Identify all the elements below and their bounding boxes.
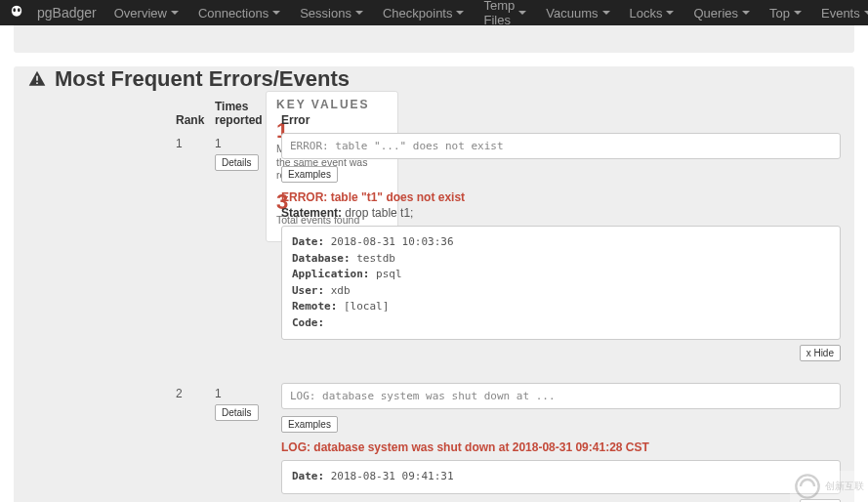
statement-sql: drop table t1;	[345, 206, 413, 220]
hide-button-wrap: x Hide	[281, 344, 841, 361]
remote-label: Remote:	[292, 300, 337, 313]
caret-icon	[272, 11, 280, 15]
database-label: Database:	[292, 252, 351, 265]
column-header-times: Times reported	[215, 100, 269, 127]
error-title: ERROR: table "t1" does not exist	[281, 190, 841, 204]
svg-point-2	[18, 8, 21, 12]
log-title: LOG: database system was shut down at 20…	[281, 440, 841, 454]
nav-label: Locks	[630, 6, 663, 21]
examples-button[interactable]: Examples	[281, 166, 338, 183]
brand[interactable]: pgBadger	[37, 5, 97, 21]
main-content: Most Frequent Errors/Events KEY VALUES 1…	[0, 66, 868, 502]
watermark-logo-icon	[794, 473, 821, 500]
nav-item-queries[interactable]: Queries	[683, 6, 760, 21]
statement-label: Statement:	[281, 206, 342, 220]
caret-icon	[602, 11, 610, 15]
nav-item-sessions[interactable]: Sessions	[290, 6, 373, 21]
errors-table: Rank Times reported Error 1 1 Details ER…	[27, 100, 841, 502]
previous-panel-footer	[0, 25, 868, 53]
code-label: Code:	[292, 316, 324, 329]
details-button[interactable]: Details	[215, 404, 259, 421]
date-label: Date:	[292, 470, 324, 482]
nav-item-temp-files[interactable]: Temp Files	[474, 0, 536, 27]
nav-item-checkpoints[interactable]: Checkpoints	[373, 6, 475, 21]
section-heading: Most Frequent Errors/Events	[27, 66, 841, 92]
user-label: User:	[292, 284, 324, 297]
times-cell: 1 Details	[215, 383, 269, 421]
nav-label: Queries	[693, 6, 738, 21]
svg-rect-7	[36, 82, 38, 84]
error-code-box: LOG: database system was shut down at ..…	[281, 383, 841, 409]
error-cell: LOG: database system was shut down at ..…	[281, 383, 841, 502]
svg-point-0	[12, 6, 22, 17]
logo	[6, 2, 27, 23]
column-header-error: Error	[281, 113, 841, 127]
statement-line: Statement: drop table t1;	[281, 206, 841, 220]
column-header-rank: Rank	[176, 113, 203, 127]
navbar: pgBadger Overview Connections Sessions C…	[0, 0, 868, 25]
application-value: psql	[376, 268, 402, 280]
error-code-box: ERROR: table "..." does not exist	[281, 133, 841, 159]
date-label: Date:	[292, 235, 324, 248]
watermark: 创新互联	[790, 471, 868, 502]
hide-button-wrap: x Hide	[281, 498, 841, 503]
nav-item-top[interactable]: Top	[760, 6, 811, 21]
errors-panel: Most Frequent Errors/Events KEY VALUES 1…	[14, 66, 854, 502]
table-header: Rank Times reported Error	[176, 100, 841, 127]
caret-icon	[742, 11, 750, 15]
nav-item-locks[interactable]: Locks	[620, 6, 684, 21]
nav-item-connections[interactable]: Connections	[188, 6, 290, 21]
nav-label: Top	[769, 6, 790, 21]
detail-box: Date: 2018-08-31 09:41:31	[281, 460, 841, 494]
remote-value: [local]	[344, 300, 389, 313]
caret-icon	[456, 11, 464, 15]
watermark-text: 创新互联	[825, 480, 864, 493]
nav-label: Overview	[114, 6, 167, 21]
times-count: 1	[215, 383, 269, 400]
error-cell: ERROR: table "..." does not exist Exampl…	[281, 133, 841, 369]
nav-label: Events	[821, 6, 860, 21]
detail-box: Date: 2018-08-31 10:03:36 Database: test…	[281, 226, 841, 340]
date-value: 2018-08-31 09:41:31	[331, 470, 454, 482]
rank-cell: 2	[176, 383, 203, 400]
database-value: testdb	[356, 252, 395, 265]
nav-label: Connections	[198, 6, 269, 21]
pgbadger-logo-icon	[6, 2, 27, 23]
caret-icon	[518, 11, 526, 15]
svg-point-1	[13, 8, 16, 12]
caret-icon	[666, 11, 674, 15]
table-row: 1 1 Details ERROR: table "..." does not …	[176, 133, 841, 369]
rank-cell: 1	[176, 133, 203, 150]
nav-label: Vacuums	[546, 6, 598, 21]
application-label: Application:	[292, 268, 369, 280]
nav-label: Checkpoints	[383, 6, 453, 21]
user-value: xdb	[331, 284, 351, 297]
examples-button[interactable]: Examples	[281, 416, 338, 433]
caret-icon	[355, 11, 363, 15]
nav-label: Sessions	[300, 6, 351, 21]
nav-item-events[interactable]: Events	[811, 6, 868, 21]
table-row: 2 1 Details LOG: database system was shu…	[176, 383, 841, 502]
caret-icon	[171, 11, 179, 15]
caret-icon	[864, 11, 868, 15]
nav-item-vacuums[interactable]: Vacuums	[536, 6, 619, 21]
nav-item-overview[interactable]: Overview	[104, 6, 188, 21]
date-value: 2018-08-31 10:03:36	[331, 235, 454, 248]
details-button[interactable]: Details	[215, 154, 259, 171]
times-cell: 1 Details	[215, 133, 269, 171]
section-title: Most Frequent Errors/Events	[55, 66, 350, 92]
svg-rect-6	[36, 76, 38, 81]
times-count: 1	[215, 133, 269, 150]
nav-label: Temp Files	[483, 0, 515, 27]
alert-triangle-icon	[27, 69, 47, 89]
hide-button[interactable]: x Hide	[800, 345, 841, 361]
caret-icon	[794, 11, 802, 15]
